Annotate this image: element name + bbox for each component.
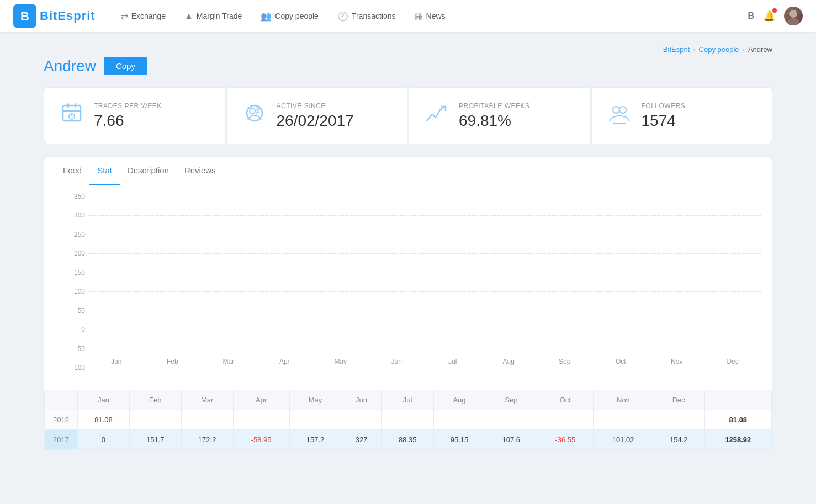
trades-label: TRADES PER WEEK bbox=[94, 102, 162, 110]
table-total: 1258.92 bbox=[704, 430, 771, 450]
bars-area: JanFebMarAprMayJunJulAugSepOctNovDec bbox=[88, 197, 761, 368]
table-cell: 172.2 bbox=[181, 430, 233, 450]
x-axis-label: Oct bbox=[616, 358, 626, 365]
notification-dot bbox=[772, 8, 777, 13]
bar-col: Aug bbox=[481, 197, 537, 368]
svg-point-15 bbox=[619, 107, 626, 113]
breadcrumb-sep-1: › bbox=[693, 45, 695, 54]
tab-description[interactable]: Description bbox=[120, 157, 177, 185]
news-icon: ▦ bbox=[415, 11, 423, 22]
nav-item-transactions[interactable]: 🕐 Transactions bbox=[330, 7, 404, 26]
logo[interactable]: B BitEsprit bbox=[13, 4, 96, 28]
nav-links: ⇄ Exchange ▲ Margin Trade 👥 Copy people … bbox=[113, 7, 748, 26]
table-header: Apr bbox=[233, 390, 289, 410]
table-header: Jul bbox=[381, 390, 433, 410]
nav-label-copy-people: Copy people bbox=[275, 12, 319, 20]
table-cell: 107.6 bbox=[485, 430, 537, 450]
main-panel: Feed Stat Description Reviews 3503002502… bbox=[44, 156, 772, 450]
table-cell: 151.7 bbox=[129, 430, 181, 450]
tab-stat[interactable]: Stat bbox=[89, 157, 120, 185]
page-header: Andrew Copy bbox=[44, 57, 772, 75]
x-axis-label: Jan bbox=[111, 358, 121, 365]
y-axis-label: 100 bbox=[60, 288, 85, 295]
table-header: Oct bbox=[537, 390, 594, 410]
y-axis-label: 250 bbox=[60, 231, 85, 238]
page-content: BitEsprit › Copy people › Andrew Andrew … bbox=[22, 32, 794, 464]
svg-point-13 bbox=[256, 107, 260, 112]
page-title: Andrew bbox=[44, 57, 96, 75]
svg-point-14 bbox=[613, 107, 619, 113]
notification-button[interactable]: 🔔 bbox=[763, 10, 775, 22]
x-axis-label: Apr bbox=[279, 358, 290, 365]
table-cell bbox=[381, 410, 433, 430]
table-cell: 101.02 bbox=[594, 430, 653, 450]
trades-info: TRADES PER WEEK 7.66 bbox=[94, 102, 162, 130]
x-axis-label: Nov bbox=[671, 358, 682, 365]
bar-col: Feb bbox=[145, 197, 201, 368]
stat-card-followers: FOLLOWERS 1574 bbox=[591, 87, 773, 144]
bitcoin-icon[interactable]: B bbox=[748, 11, 754, 21]
table-cell: 88.35 bbox=[381, 430, 433, 450]
table-cell: 0 bbox=[78, 430, 130, 450]
table-total: 81.08 bbox=[704, 410, 771, 430]
nav-label-transactions: Transactions bbox=[352, 12, 396, 20]
bar-col: Nov bbox=[649, 197, 705, 368]
breadcrumb-andrew: Andrew bbox=[748, 45, 772, 54]
y-axis-label: -50 bbox=[60, 345, 85, 353]
x-axis-label: Aug bbox=[503, 358, 515, 365]
navbar: B BitEsprit ⇄ Exchange ▲ Margin Trade 👥 … bbox=[0, 0, 816, 32]
x-axis-label: Mar bbox=[222, 358, 234, 365]
table-cell bbox=[433, 410, 485, 430]
bar-col: Jun bbox=[369, 197, 425, 368]
followers-value: 1574 bbox=[642, 112, 686, 130]
profitable-value: 69.81% bbox=[459, 112, 529, 130]
copy-button[interactable]: Copy bbox=[104, 57, 147, 75]
y-axis-label: 300 bbox=[60, 211, 85, 219]
nav-label-news: News bbox=[426, 12, 446, 20]
nav-item-copy-people[interactable]: 👥 Copy people bbox=[253, 7, 326, 26]
bar-col: Sep bbox=[537, 197, 593, 368]
grid-line bbox=[88, 368, 761, 368]
tab-feed[interactable]: Feed bbox=[55, 157, 89, 185]
tab-reviews[interactable]: Reviews bbox=[177, 157, 224, 185]
y-axis-label: -100 bbox=[60, 364, 85, 372]
active-info: ACTIVE SINCE 26/02/2017 bbox=[277, 102, 354, 130]
breadcrumb-bitesprit[interactable]: BitEsprit bbox=[663, 45, 690, 54]
followers-info: FOLLOWERS 1574 bbox=[642, 102, 686, 130]
table-header: Jan bbox=[78, 390, 130, 410]
logo-text: BitEsprit bbox=[40, 9, 96, 23]
stat-card-profitable: PROFITABLE WEEKS 69.81% bbox=[409, 87, 590, 144]
table-cell: -36.55 bbox=[537, 430, 594, 450]
stat-card-active: ACTIVE SINCE 26/02/2017 bbox=[226, 87, 408, 144]
active-value: 26/02/2017 bbox=[277, 112, 354, 130]
table-header: Feb bbox=[129, 390, 181, 410]
table-row: 20170151.7172.2-58.95157.232788.3595.151… bbox=[45, 430, 772, 450]
avatar[interactable] bbox=[784, 7, 803, 25]
y-axis-label: 350 bbox=[60, 193, 85, 200]
stat-card-trades: TRADES PER WEEK 7.66 bbox=[44, 87, 225, 144]
transactions-icon: 🕐 bbox=[337, 11, 348, 22]
trades-icon bbox=[60, 101, 84, 130]
x-axis-label: Jun bbox=[391, 358, 402, 365]
trades-value: 7.66 bbox=[94, 112, 162, 130]
nav-item-margin-trade[interactable]: ▲ Margin Trade bbox=[177, 7, 250, 26]
exchange-icon: ⇄ bbox=[121, 11, 128, 22]
table-header: May bbox=[289, 390, 341, 410]
table-header: Sep bbox=[485, 390, 537, 410]
table-year: 2018 bbox=[45, 410, 78, 430]
table-cell: 327 bbox=[341, 430, 381, 450]
copy-people-icon: 👥 bbox=[261, 11, 272, 22]
table-cell bbox=[341, 410, 381, 430]
table-header: Aug bbox=[433, 390, 485, 410]
bar-col: Oct bbox=[593, 197, 649, 368]
svg-point-3 bbox=[787, 18, 799, 25]
nav-item-exchange[interactable]: ⇄ Exchange bbox=[113, 7, 173, 26]
x-axis-label: Dec bbox=[727, 358, 739, 365]
breadcrumb-copy-people[interactable]: Copy people bbox=[699, 45, 739, 54]
svg-rect-6 bbox=[75, 103, 76, 108]
svg-point-12 bbox=[250, 108, 255, 114]
svg-text:B: B bbox=[20, 9, 29, 23]
active-label: ACTIVE SINCE bbox=[277, 102, 354, 110]
y-axis-label: 200 bbox=[60, 250, 85, 257]
nav-item-news[interactable]: ▦ News bbox=[407, 7, 453, 26]
